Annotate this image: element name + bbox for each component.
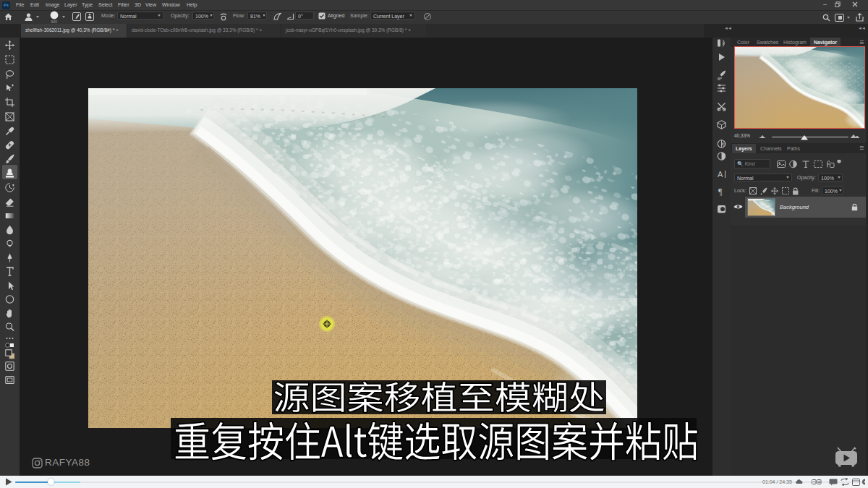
svg-text:A: A [718,170,723,179]
svg-text:¶: ¶ [718,187,723,197]
